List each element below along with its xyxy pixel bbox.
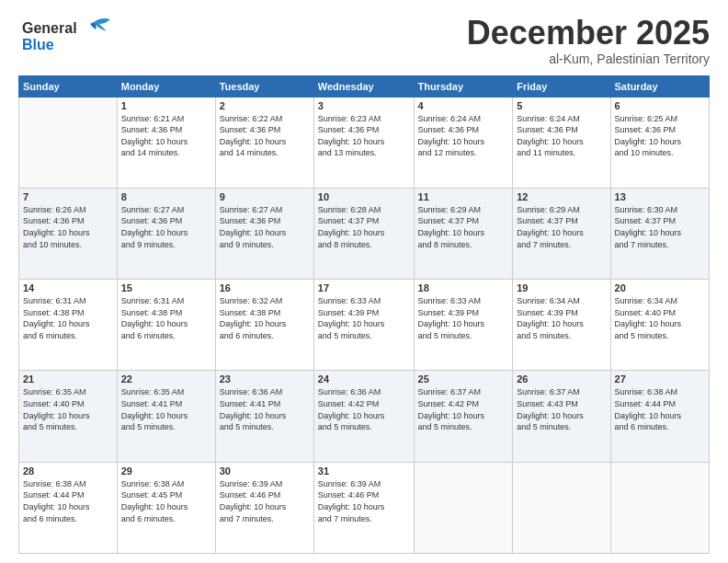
- day-info: Sunrise: 6:37 AM Sunset: 4:43 PM Dayligh…: [517, 386, 606, 432]
- day-number: 29: [121, 465, 211, 477]
- day-info: Sunrise: 6:33 AM Sunset: 4:39 PM Dayligh…: [418, 295, 509, 341]
- col-tuesday: Tuesday: [215, 75, 313, 97]
- day-info: Sunrise: 6:35 AM Sunset: 4:41 PM Dayligh…: [121, 386, 211, 432]
- table-row: 25Sunrise: 6:37 AM Sunset: 4:42 PM Dayli…: [414, 371, 513, 462]
- table-row: 20Sunrise: 6:34 AM Sunset: 4:40 PM Dayli…: [610, 280, 709, 371]
- table-row: 1Sunrise: 6:21 AM Sunset: 4:36 PM Daylig…: [117, 97, 215, 188]
- day-info: Sunrise: 6:36 AM Sunset: 4:41 PM Dayligh…: [220, 386, 310, 432]
- month-title: December 2025: [467, 15, 710, 52]
- table-row: 23Sunrise: 6:36 AM Sunset: 4:41 PM Dayli…: [215, 371, 313, 462]
- table-row: 7Sunrise: 6:26 AM Sunset: 4:36 PM Daylig…: [19, 188, 118, 279]
- day-number: 31: [318, 465, 410, 477]
- day-info: Sunrise: 6:38 AM Sunset: 4:44 PM Dayligh…: [23, 478, 113, 524]
- table-row: 10Sunrise: 6:28 AM Sunset: 4:37 PM Dayli…: [313, 188, 414, 279]
- table-row: [19, 97, 118, 188]
- calendar-week-row: 14Sunrise: 6:31 AM Sunset: 4:38 PM Dayli…: [19, 280, 710, 371]
- day-info: Sunrise: 6:31 AM Sunset: 4:38 PM Dayligh…: [121, 295, 211, 341]
- calendar-week-row: 28Sunrise: 6:38 AM Sunset: 4:44 PM Dayli…: [19, 462, 710, 553]
- day-number: 22: [121, 373, 211, 385]
- table-row: 6Sunrise: 6:25 AM Sunset: 4:36 PM Daylig…: [610, 97, 709, 188]
- calendar-week-row: 1Sunrise: 6:21 AM Sunset: 4:36 PM Daylig…: [19, 97, 710, 188]
- title-block: December 2025 al-Kum, Palestinian Territ…: [467, 15, 710, 66]
- day-info: Sunrise: 6:33 AM Sunset: 4:39 PM Dayligh…: [318, 295, 410, 341]
- col-monday: Monday: [117, 75, 215, 97]
- table-row: [414, 462, 513, 553]
- day-number: 28: [23, 465, 113, 477]
- table-row: 18Sunrise: 6:33 AM Sunset: 4:39 PM Dayli…: [414, 280, 513, 371]
- day-info: Sunrise: 6:21 AM Sunset: 4:36 PM Dayligh…: [121, 113, 211, 159]
- table-row: 27Sunrise: 6:38 AM Sunset: 4:44 PM Dayli…: [610, 371, 709, 462]
- svg-text:General: General: [22, 20, 77, 36]
- calendar-header-row: Sunday Monday Tuesday Wednesday Thursday…: [19, 75, 710, 97]
- day-info: Sunrise: 6:27 AM Sunset: 4:36 PM Dayligh…: [220, 204, 310, 250]
- day-info: Sunrise: 6:22 AM Sunset: 4:36 PM Dayligh…: [220, 113, 310, 159]
- day-info: Sunrise: 6:27 AM Sunset: 4:36 PM Dayligh…: [121, 204, 211, 250]
- calendar-table: Sunday Monday Tuesday Wednesday Thursday…: [18, 75, 710, 554]
- day-number: 13: [615, 191, 705, 202]
- day-number: 7: [23, 191, 113, 202]
- table-row: 19Sunrise: 6:34 AM Sunset: 4:39 PM Dayli…: [513, 280, 610, 371]
- day-info: Sunrise: 6:37 AM Sunset: 4:42 PM Dayligh…: [418, 386, 509, 432]
- table-row: 15Sunrise: 6:31 AM Sunset: 4:38 PM Dayli…: [117, 280, 215, 371]
- day-info: Sunrise: 6:30 AM Sunset: 4:37 PM Dayligh…: [615, 204, 705, 250]
- day-info: Sunrise: 6:29 AM Sunset: 4:37 PM Dayligh…: [418, 204, 509, 250]
- header: General Blue December 2025 al-Kum, Pales…: [18, 15, 710, 66]
- day-info: Sunrise: 6:24 AM Sunset: 4:36 PM Dayligh…: [517, 113, 606, 159]
- day-number: 11: [418, 191, 509, 202]
- day-info: Sunrise: 6:29 AM Sunset: 4:37 PM Dayligh…: [517, 204, 606, 250]
- svg-text:Blue: Blue: [22, 37, 54, 52]
- day-number: 18: [418, 282, 509, 293]
- day-number: 24: [318, 373, 410, 385]
- day-info: Sunrise: 6:28 AM Sunset: 4:37 PM Dayligh…: [318, 204, 410, 250]
- day-number: 19: [517, 282, 606, 293]
- day-number: 27: [615, 373, 705, 385]
- day-info: Sunrise: 6:23 AM Sunset: 4:36 PM Dayligh…: [318, 113, 410, 159]
- table-row: 3Sunrise: 6:23 AM Sunset: 4:36 PM Daylig…: [313, 97, 414, 188]
- day-number: 20: [615, 282, 705, 293]
- location: al-Kum, Palestinian Territory: [467, 52, 710, 66]
- logo-svg: General Blue: [18, 15, 119, 55]
- table-row: [513, 462, 610, 553]
- day-number: 25: [418, 373, 509, 385]
- table-row: 21Sunrise: 6:35 AM Sunset: 4:40 PM Dayli…: [19, 371, 118, 462]
- table-row: 11Sunrise: 6:29 AM Sunset: 4:37 PM Dayli…: [414, 188, 513, 279]
- day-number: 5: [517, 100, 606, 111]
- day-info: Sunrise: 6:38 AM Sunset: 4:44 PM Dayligh…: [615, 386, 705, 432]
- col-wednesday: Wednesday: [313, 75, 414, 97]
- day-number: 3: [318, 100, 410, 111]
- day-info: Sunrise: 6:39 AM Sunset: 4:46 PM Dayligh…: [318, 478, 410, 524]
- day-number: 15: [121, 282, 211, 293]
- page: General Blue December 2025 al-Kum, Pales…: [0, 0, 728, 563]
- table-row: 4Sunrise: 6:24 AM Sunset: 4:36 PM Daylig…: [414, 97, 513, 188]
- table-row: 28Sunrise: 6:38 AM Sunset: 4:44 PM Dayli…: [19, 462, 118, 553]
- day-info: Sunrise: 6:38 AM Sunset: 4:45 PM Dayligh…: [121, 478, 211, 524]
- day-number: 21: [23, 373, 113, 385]
- day-info: Sunrise: 6:34 AM Sunset: 4:40 PM Dayligh…: [615, 295, 705, 341]
- table-row: 14Sunrise: 6:31 AM Sunset: 4:38 PM Dayli…: [19, 280, 118, 371]
- day-info: Sunrise: 6:35 AM Sunset: 4:40 PM Dayligh…: [23, 386, 113, 432]
- table-row: 5Sunrise: 6:24 AM Sunset: 4:36 PM Daylig…: [513, 97, 610, 188]
- day-info: Sunrise: 6:39 AM Sunset: 4:46 PM Dayligh…: [220, 478, 310, 524]
- day-number: 23: [220, 373, 310, 385]
- calendar-week-row: 21Sunrise: 6:35 AM Sunset: 4:40 PM Dayli…: [19, 371, 710, 462]
- day-number: 1: [121, 100, 211, 111]
- day-info: Sunrise: 6:25 AM Sunset: 4:36 PM Dayligh…: [615, 113, 705, 159]
- day-number: 16: [220, 282, 310, 293]
- day-info: Sunrise: 6:24 AM Sunset: 4:36 PM Dayligh…: [418, 113, 509, 159]
- day-number: 10: [318, 191, 410, 202]
- table-row: 8Sunrise: 6:27 AM Sunset: 4:36 PM Daylig…: [117, 188, 215, 279]
- table-row: 26Sunrise: 6:37 AM Sunset: 4:43 PM Dayli…: [513, 371, 610, 462]
- day-info: Sunrise: 6:26 AM Sunset: 4:36 PM Dayligh…: [23, 204, 113, 250]
- day-info: Sunrise: 6:32 AM Sunset: 4:38 PM Dayligh…: [220, 295, 310, 341]
- col-sunday: Sunday: [19, 75, 118, 97]
- day-info: Sunrise: 6:36 AM Sunset: 4:42 PM Dayligh…: [318, 386, 410, 432]
- table-row: [610, 462, 709, 553]
- table-row: 31Sunrise: 6:39 AM Sunset: 4:46 PM Dayli…: [313, 462, 414, 553]
- day-number: 9: [220, 191, 310, 202]
- table-row: 29Sunrise: 6:38 AM Sunset: 4:45 PM Dayli…: [117, 462, 215, 553]
- table-row: 17Sunrise: 6:33 AM Sunset: 4:39 PM Dayli…: [313, 280, 414, 371]
- table-row: 16Sunrise: 6:32 AM Sunset: 4:38 PM Dayli…: [215, 280, 313, 371]
- day-number: 30: [220, 465, 310, 477]
- day-number: 6: [615, 100, 705, 111]
- day-number: 8: [121, 191, 211, 202]
